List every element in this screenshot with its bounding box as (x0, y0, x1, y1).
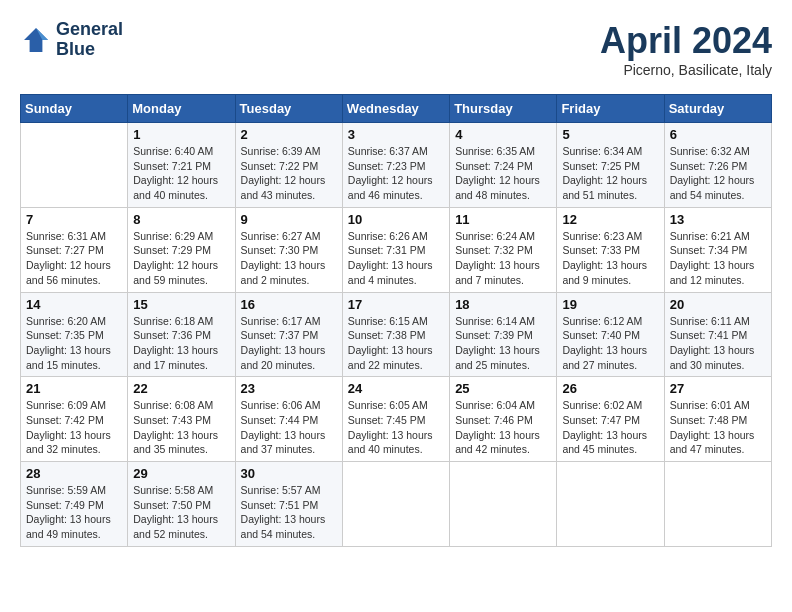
calendar-week-row: 7Sunrise: 6:31 AMSunset: 7:27 PMDaylight… (21, 207, 772, 292)
day-info: Sunrise: 6:24 AMSunset: 7:32 PMDaylight:… (455, 229, 551, 288)
calendar-cell: 4Sunrise: 6:35 AMSunset: 7:24 PMDaylight… (450, 123, 557, 208)
calendar-cell: 1Sunrise: 6:40 AMSunset: 7:21 PMDaylight… (128, 123, 235, 208)
calendar-cell: 22Sunrise: 6:08 AMSunset: 7:43 PMDayligh… (128, 377, 235, 462)
day-number: 9 (241, 212, 337, 227)
day-info: Sunrise: 6:27 AMSunset: 7:30 PMDaylight:… (241, 229, 337, 288)
day-number: 2 (241, 127, 337, 142)
day-info: Sunrise: 5:59 AMSunset: 7:49 PMDaylight:… (26, 483, 122, 542)
calendar-cell: 7Sunrise: 6:31 AMSunset: 7:27 PMDaylight… (21, 207, 128, 292)
day-number: 17 (348, 297, 444, 312)
day-info: Sunrise: 6:15 AMSunset: 7:38 PMDaylight:… (348, 314, 444, 373)
calendar-cell: 11Sunrise: 6:24 AMSunset: 7:32 PMDayligh… (450, 207, 557, 292)
calendar-cell: 9Sunrise: 6:27 AMSunset: 7:30 PMDaylight… (235, 207, 342, 292)
day-number: 27 (670, 381, 766, 396)
day-info: Sunrise: 6:20 AMSunset: 7:35 PMDaylight:… (26, 314, 122, 373)
day-number: 10 (348, 212, 444, 227)
day-header-monday: Monday (128, 95, 235, 123)
calendar-table: SundayMondayTuesdayWednesdayThursdayFrid… (20, 94, 772, 547)
day-info: Sunrise: 6:12 AMSunset: 7:40 PMDaylight:… (562, 314, 658, 373)
calendar-cell: 24Sunrise: 6:05 AMSunset: 7:45 PMDayligh… (342, 377, 449, 462)
day-info: Sunrise: 6:11 AMSunset: 7:41 PMDaylight:… (670, 314, 766, 373)
calendar-week-row: 28Sunrise: 5:59 AMSunset: 7:49 PMDayligh… (21, 462, 772, 547)
day-number: 11 (455, 212, 551, 227)
day-info: Sunrise: 6:34 AMSunset: 7:25 PMDaylight:… (562, 144, 658, 203)
calendar-header-row: SundayMondayTuesdayWednesdayThursdayFrid… (21, 95, 772, 123)
calendar-cell: 12Sunrise: 6:23 AMSunset: 7:33 PMDayligh… (557, 207, 664, 292)
title-block: April 2024 Picerno, Basilicate, Italy (600, 20, 772, 78)
calendar-cell: 17Sunrise: 6:15 AMSunset: 7:38 PMDayligh… (342, 292, 449, 377)
calendar-cell: 6Sunrise: 6:32 AMSunset: 7:26 PMDaylight… (664, 123, 771, 208)
day-info: Sunrise: 6:02 AMSunset: 7:47 PMDaylight:… (562, 398, 658, 457)
day-number: 15 (133, 297, 229, 312)
calendar-cell (557, 462, 664, 547)
day-info: Sunrise: 6:06 AMSunset: 7:44 PMDaylight:… (241, 398, 337, 457)
calendar-cell: 21Sunrise: 6:09 AMSunset: 7:42 PMDayligh… (21, 377, 128, 462)
day-info: Sunrise: 6:40 AMSunset: 7:21 PMDaylight:… (133, 144, 229, 203)
calendar-week-row: 1Sunrise: 6:40 AMSunset: 7:21 PMDaylight… (21, 123, 772, 208)
calendar-cell: 10Sunrise: 6:26 AMSunset: 7:31 PMDayligh… (342, 207, 449, 292)
day-number: 23 (241, 381, 337, 396)
day-number: 8 (133, 212, 229, 227)
calendar-week-row: 14Sunrise: 6:20 AMSunset: 7:35 PMDayligh… (21, 292, 772, 377)
calendar-cell: 8Sunrise: 6:29 AMSunset: 7:29 PMDaylight… (128, 207, 235, 292)
day-info: Sunrise: 6:08 AMSunset: 7:43 PMDaylight:… (133, 398, 229, 457)
day-info: Sunrise: 5:57 AMSunset: 7:51 PMDaylight:… (241, 483, 337, 542)
day-info: Sunrise: 6:39 AMSunset: 7:22 PMDaylight:… (241, 144, 337, 203)
logo-icon (20, 24, 52, 56)
day-header-thursday: Thursday (450, 95, 557, 123)
day-info: Sunrise: 6:17 AMSunset: 7:37 PMDaylight:… (241, 314, 337, 373)
day-header-sunday: Sunday (21, 95, 128, 123)
day-info: Sunrise: 6:29 AMSunset: 7:29 PMDaylight:… (133, 229, 229, 288)
day-number: 3 (348, 127, 444, 142)
day-info: Sunrise: 6:14 AMSunset: 7:39 PMDaylight:… (455, 314, 551, 373)
calendar-cell (450, 462, 557, 547)
day-number: 12 (562, 212, 658, 227)
calendar-cell: 16Sunrise: 6:17 AMSunset: 7:37 PMDayligh… (235, 292, 342, 377)
day-number: 13 (670, 212, 766, 227)
calendar-cell: 5Sunrise: 6:34 AMSunset: 7:25 PMDaylight… (557, 123, 664, 208)
day-header-tuesday: Tuesday (235, 95, 342, 123)
day-info: Sunrise: 6:05 AMSunset: 7:45 PMDaylight:… (348, 398, 444, 457)
calendar-cell: 28Sunrise: 5:59 AMSunset: 7:49 PMDayligh… (21, 462, 128, 547)
day-header-friday: Friday (557, 95, 664, 123)
calendar-cell: 30Sunrise: 5:57 AMSunset: 7:51 PMDayligh… (235, 462, 342, 547)
day-number: 6 (670, 127, 766, 142)
day-header-saturday: Saturday (664, 95, 771, 123)
calendar-cell (342, 462, 449, 547)
calendar-cell: 13Sunrise: 6:21 AMSunset: 7:34 PMDayligh… (664, 207, 771, 292)
day-info: Sunrise: 6:26 AMSunset: 7:31 PMDaylight:… (348, 229, 444, 288)
calendar-cell: 29Sunrise: 5:58 AMSunset: 7:50 PMDayligh… (128, 462, 235, 547)
day-info: Sunrise: 6:18 AMSunset: 7:36 PMDaylight:… (133, 314, 229, 373)
calendar-cell: 18Sunrise: 6:14 AMSunset: 7:39 PMDayligh… (450, 292, 557, 377)
day-info: Sunrise: 6:31 AMSunset: 7:27 PMDaylight:… (26, 229, 122, 288)
page-header: General Blue April 2024 Picerno, Basilic… (20, 20, 772, 78)
day-number: 20 (670, 297, 766, 312)
day-number: 26 (562, 381, 658, 396)
calendar-cell (664, 462, 771, 547)
calendar-cell: 14Sunrise: 6:20 AMSunset: 7:35 PMDayligh… (21, 292, 128, 377)
day-number: 24 (348, 381, 444, 396)
day-number: 19 (562, 297, 658, 312)
day-number: 7 (26, 212, 122, 227)
day-number: 30 (241, 466, 337, 481)
day-number: 18 (455, 297, 551, 312)
day-info: Sunrise: 6:32 AMSunset: 7:26 PMDaylight:… (670, 144, 766, 203)
day-number: 28 (26, 466, 122, 481)
day-number: 22 (133, 381, 229, 396)
day-number: 21 (26, 381, 122, 396)
calendar-cell: 27Sunrise: 6:01 AMSunset: 7:48 PMDayligh… (664, 377, 771, 462)
day-info: Sunrise: 6:09 AMSunset: 7:42 PMDaylight:… (26, 398, 122, 457)
day-number: 5 (562, 127, 658, 142)
calendar-week-row: 21Sunrise: 6:09 AMSunset: 7:42 PMDayligh… (21, 377, 772, 462)
day-info: Sunrise: 6:35 AMSunset: 7:24 PMDaylight:… (455, 144, 551, 203)
day-number: 25 (455, 381, 551, 396)
day-number: 16 (241, 297, 337, 312)
logo: General Blue (20, 20, 123, 60)
logo-text: General Blue (56, 20, 123, 60)
calendar-cell: 25Sunrise: 6:04 AMSunset: 7:46 PMDayligh… (450, 377, 557, 462)
day-info: Sunrise: 6:01 AMSunset: 7:48 PMDaylight:… (670, 398, 766, 457)
calendar-cell: 15Sunrise: 6:18 AMSunset: 7:36 PMDayligh… (128, 292, 235, 377)
day-info: Sunrise: 6:04 AMSunset: 7:46 PMDaylight:… (455, 398, 551, 457)
calendar-cell: 23Sunrise: 6:06 AMSunset: 7:44 PMDayligh… (235, 377, 342, 462)
calendar-cell: 26Sunrise: 6:02 AMSunset: 7:47 PMDayligh… (557, 377, 664, 462)
